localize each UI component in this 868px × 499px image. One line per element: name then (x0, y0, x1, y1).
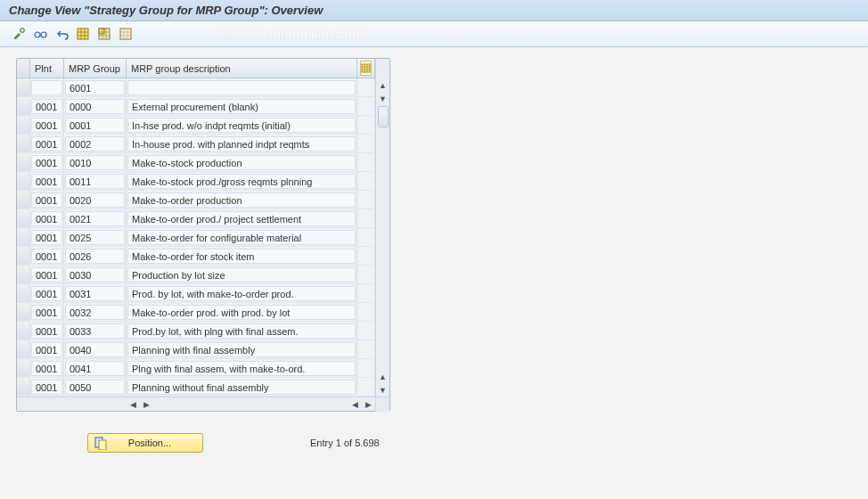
cell-desc[interactable]: Make-to-order production (127, 191, 357, 209)
row-marker[interactable] (17, 378, 30, 396)
row-marker[interactable] (17, 191, 30, 209)
row-marker[interactable] (17, 97, 30, 115)
table-row[interactable]: 00010050Planning without final assembly (17, 378, 375, 397)
scroll-up-button-2[interactable]: ▲ (377, 370, 389, 383)
row-marker-header[interactable] (17, 59, 30, 78)
table-row[interactable]: 00010040Planning with final assembly (17, 340, 375, 359)
cell-plnt[interactable]: 0001 (30, 247, 64, 265)
table-row[interactable]: 6001 (17, 78, 375, 97)
cell-desc[interactable]: Planning without final assembly (127, 378, 357, 396)
table-row[interactable]: 00010033Prod.by lot, with plng with fina… (17, 322, 375, 340)
cell-group[interactable]: 0025 (64, 228, 127, 246)
horizontal-scrollbar[interactable]: ◀ ▶ ◀ ▶ (17, 397, 389, 411)
cell-plnt[interactable]: 0001 (30, 340, 64, 358)
cell-group[interactable]: 0000 (64, 97, 127, 115)
cell-desc[interactable] (127, 78, 357, 96)
cell-plnt[interactable] (30, 78, 64, 96)
cell-group[interactable]: 0033 (64, 322, 127, 339)
position-button[interactable]: Position... (87, 433, 203, 453)
select-all-button[interactable] (73, 24, 93, 44)
cell-desc[interactable]: Make-to-order prod./ project settlement (127, 209, 357, 227)
details-button[interactable] (30, 24, 50, 44)
deselect-all-button[interactable] (116, 24, 135, 44)
scroll-down-button-2[interactable]: ▼ (377, 383, 389, 397)
cell-plnt[interactable]: 0001 (30, 209, 64, 227)
row-marker[interactable] (17, 116, 30, 134)
cell-group[interactable]: 0050 (64, 378, 127, 396)
configure-columns-button[interactable] (357, 59, 375, 78)
cell-plnt[interactable]: 0001 (30, 191, 64, 209)
scroll-thumb[interactable] (378, 106, 389, 127)
table-row[interactable]: 00010041Plng with final assem, with make… (17, 359, 375, 378)
cell-group[interactable]: 0011 (64, 172, 127, 190)
row-marker[interactable] (17, 266, 30, 283)
cell-desc[interactable]: Make-to-stock prod./gross reqmts plnning (127, 172, 357, 190)
cell-desc[interactable]: Make-to-order prod. with prod. by lot (127, 303, 357, 321)
row-marker[interactable] (17, 209, 30, 227)
table-row[interactable]: 00010010Make-to-stock production (17, 153, 375, 172)
table-row[interactable]: 00010021Make-to-order prod./ project set… (17, 209, 375, 228)
cell-group[interactable]: 0040 (64, 340, 127, 358)
cell-desc[interactable]: Make-to-order for configurable material (127, 228, 357, 246)
cell-plnt[interactable]: 0001 (30, 228, 64, 246)
row-marker[interactable] (17, 153, 30, 171)
table-row[interactable]: 00010000External procurement (blank) (17, 97, 375, 116)
cell-desc[interactable]: Prod. by lot, with make-to-order prod. (127, 284, 357, 302)
scroll-left-button-2[interactable]: ◀ (348, 398, 362, 411)
cell-group[interactable]: 0021 (64, 209, 127, 227)
cell-plnt[interactable]: 0001 (30, 322, 64, 339)
table-row[interactable]: 00010030Production by lot size (17, 266, 375, 284)
cell-group[interactable]: 0030 (64, 266, 127, 283)
col-header-group[interactable]: MRP Group (64, 59, 127, 78)
cell-plnt[interactable]: 0001 (30, 97, 64, 115)
col-header-plnt[interactable]: Plnt (30, 59, 64, 78)
scroll-right-button-2[interactable]: ▶ (362, 398, 375, 411)
scroll-up-button[interactable]: ▲ (377, 78, 389, 92)
other-view-button[interactable] (9, 24, 29, 44)
table-row[interactable]: 00010025Make-to-order for configurable m… (17, 228, 375, 247)
row-marker[interactable] (17, 228, 30, 246)
cell-plnt[interactable]: 0001 (30, 116, 64, 134)
table-row[interactable]: 00010020Make-to-order production (17, 191, 375, 209)
table-row[interactable]: 00010002In-house prod. with planned indp… (17, 135, 375, 153)
table-row[interactable]: 00010032Make-to-order prod. with prod. b… (17, 303, 375, 322)
cell-desc[interactable]: Make-to-order for stock item (127, 247, 357, 265)
cell-group[interactable]: 6001 (64, 78, 127, 96)
cell-desc[interactable]: Production by lot size (127, 266, 357, 283)
cell-plnt[interactable]: 0001 (30, 135, 64, 152)
row-marker[interactable] (17, 322, 30, 339)
row-marker[interactable] (17, 172, 30, 190)
cell-plnt[interactable]: 0001 (30, 359, 64, 377)
cell-group[interactable]: 0020 (64, 191, 127, 209)
cell-plnt[interactable]: 0001 (30, 172, 64, 190)
cell-group[interactable]: 0031 (64, 284, 127, 302)
cell-group[interactable]: 0026 (64, 247, 127, 265)
cell-group[interactable]: 0010 (64, 153, 127, 171)
row-marker[interactable] (17, 135, 30, 152)
cell-desc[interactable]: In-hse prod. w/o indpt reqmts (initial) (127, 116, 357, 134)
row-marker[interactable] (17, 78, 30, 96)
table-row[interactable]: 00010031Prod. by lot, with make-to-order… (17, 284, 375, 303)
undo-button[interactable] (52, 24, 71, 44)
cell-group[interactable]: 0041 (64, 359, 127, 377)
col-header-desc[interactable]: MRP group description (127, 59, 357, 78)
cell-plnt[interactable]: 0001 (30, 303, 64, 321)
select-block-button[interactable] (94, 24, 114, 44)
cell-group[interactable]: 0001 (64, 116, 127, 134)
cell-desc[interactable]: External procurement (blank) (127, 97, 357, 115)
cell-desc[interactable]: In-house prod. with planned indpt reqmts (127, 135, 357, 152)
cell-plnt[interactable]: 0001 (30, 284, 64, 302)
cell-group[interactable]: 0032 (64, 303, 127, 321)
scroll-right-button[interactable]: ▶ (140, 398, 153, 411)
table-row[interactable]: 00010011Make-to-stock prod./gross reqmts… (17, 172, 375, 191)
vertical-scrollbar[interactable]: ▲ ▼ ▲ ▼ (375, 59, 389, 397)
table-row[interactable]: 00010001In-hse prod. w/o indpt reqmts (i… (17, 116, 375, 135)
cell-plnt[interactable]: 0001 (30, 153, 64, 171)
scroll-down-button[interactable]: ▼ (377, 92, 389, 105)
cell-desc[interactable]: Plng with final assem, with make-to-ord. (127, 359, 357, 377)
cell-desc[interactable]: Make-to-stock production (127, 153, 357, 171)
row-marker[interactable] (17, 359, 30, 377)
cell-plnt[interactable]: 0001 (30, 378, 64, 396)
scroll-left-button[interactable]: ◀ (127, 398, 140, 411)
cell-plnt[interactable]: 0001 (30, 266, 64, 283)
